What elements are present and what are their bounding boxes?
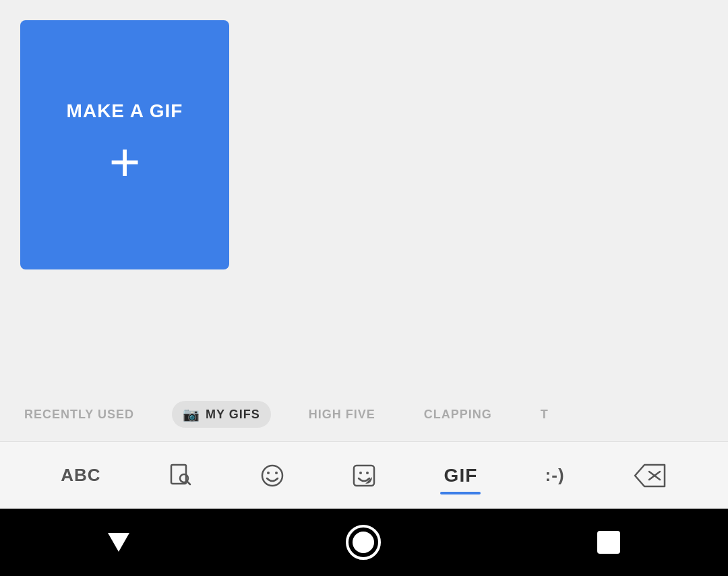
svg-rect-6: [354, 466, 374, 486]
camera-icon: 📷: [183, 406, 200, 422]
sticker-icon: [352, 463, 376, 488]
category-recently-used-label: RECENTLY USED: [24, 408, 134, 422]
category-recently-used[interactable]: RECENTLY USED: [13, 402, 145, 427]
category-more[interactable]: T: [530, 402, 559, 427]
category-my-gifs-label: MY GIFS: [206, 408, 260, 422]
keyboard-bar: ABC GIF :-): [0, 441, 728, 509]
ascii-key[interactable]: :-): [545, 465, 565, 486]
home-circle-icon: [346, 525, 381, 560]
category-my-gifs[interactable]: 📷 MY GIFS: [172, 401, 271, 428]
gif-category-bar: RECENTLY USED 📷 MY GIFS HIGH FIVE CLAPPI…: [0, 387, 728, 441]
gif-key[interactable]: GIF: [444, 465, 478, 486]
svg-point-7: [359, 472, 362, 474]
make-gif-button[interactable]: MAKE A GIF +: [20, 20, 229, 269]
abc-key[interactable]: ABC: [61, 465, 100, 486]
nav-recents-button[interactable]: [597, 531, 620, 554]
svg-point-8: [366, 472, 369, 474]
recents-square-icon: [597, 531, 620, 554]
abc-label: ABC: [61, 465, 100, 486]
make-gif-plus-icon: +: [109, 135, 141, 189]
svg-point-5: [275, 472, 278, 474]
gif-active-underline: [440, 492, 481, 494]
nav-bar: [0, 509, 728, 576]
emoji-icon: [260, 463, 284, 488]
main-content: MAKE A GIF +: [0, 0, 728, 387]
search-document-icon: [169, 463, 193, 488]
svg-line-2: [187, 481, 190, 484]
nav-back-button[interactable]: [108, 533, 129, 552]
gif-label: GIF: [444, 465, 478, 486]
make-gif-label: MAKE A GIF: [67, 100, 183, 122]
search-document-key[interactable]: [169, 463, 193, 488]
nav-home-button[interactable]: [346, 525, 381, 560]
category-high-five[interactable]: HIGH FIVE: [298, 402, 386, 427]
sticker-key[interactable]: [352, 463, 376, 488]
category-high-five-label: HIGH FIVE: [309, 408, 375, 422]
emoji-key[interactable]: [260, 463, 284, 488]
backspace-icon: [632, 462, 667, 489]
category-clapping[interactable]: CLAPPING: [413, 402, 503, 427]
ascii-label: :-): [545, 465, 565, 486]
category-more-label: T: [541, 408, 549, 422]
back-triangle-icon: [108, 533, 129, 552]
svg-point-3: [262, 466, 282, 486]
svg-point-4: [267, 472, 270, 474]
category-clapping-label: CLAPPING: [424, 408, 492, 422]
backspace-key[interactable]: [632, 462, 667, 489]
